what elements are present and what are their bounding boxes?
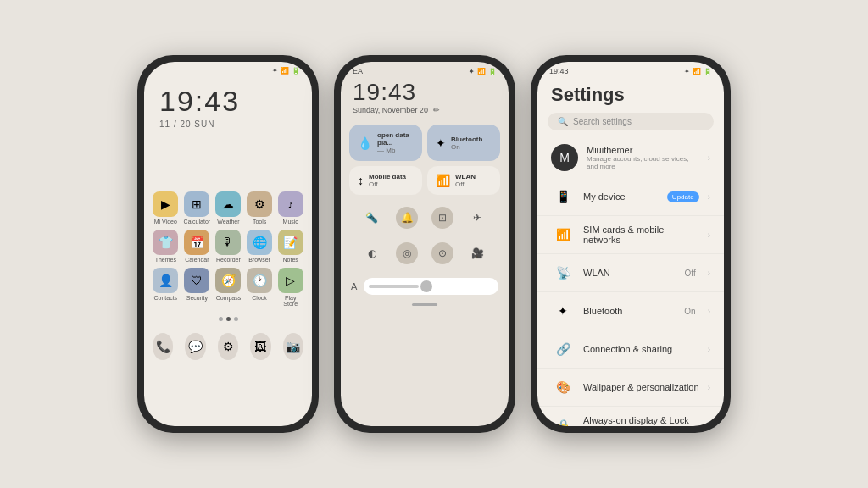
bottom-handle xyxy=(412,303,437,306)
clock-time-2: 19:43 xyxy=(341,77,509,106)
tile-mobile-text: Mobile data Off xyxy=(369,173,406,188)
wallpaper-text: Wallpaper & personalization xyxy=(583,382,699,392)
camera-icon[interactable]: 🎥 xyxy=(466,242,488,264)
notification-label: EA xyxy=(353,67,363,75)
app-label-recorder: Recorder xyxy=(216,257,241,263)
app-tools[interactable]: ⚙ Tools xyxy=(247,191,273,225)
status-icons-2: ✦📶🔋 xyxy=(469,68,497,75)
sim-arrow: › xyxy=(708,230,710,240)
dock-camera[interactable]: 📷 xyxy=(283,333,303,360)
tile-bluetooth[interactable]: ✦ Bluetooth On xyxy=(427,125,500,161)
airplane-icon[interactable]: ✈ xyxy=(466,207,488,229)
connection-icon: 🔗 xyxy=(551,337,575,361)
app-themes[interactable]: 👕 Themes xyxy=(153,230,179,263)
dock-gallery[interactable]: 🖼 xyxy=(250,333,270,360)
brightness-thumb xyxy=(420,280,432,292)
connection-text: Connection & sharing xyxy=(583,344,699,354)
dot-3 xyxy=(234,317,238,321)
aod-arrow: › xyxy=(708,421,710,427)
tile-mobile-data[interactable]: ↕ Mobile data Off xyxy=(349,166,422,195)
tile-wlan-text: WLAN Off xyxy=(455,173,476,188)
time-3: 19:43 xyxy=(549,67,569,75)
page-dots-1 xyxy=(144,317,312,321)
status-icons-3: ✦📶🔋 xyxy=(684,68,712,75)
dot-2 xyxy=(226,317,231,321)
settings-item-mydevice[interactable]: 📱 My device Update › xyxy=(537,178,724,216)
flashlight-icon[interactable]: 🔦 xyxy=(361,207,383,229)
brightness-slider[interactable] xyxy=(364,278,498,295)
settings-item-wlan[interactable]: 📡 WLAN Off › xyxy=(537,254,724,292)
bluetooth-icon: ✦ xyxy=(436,136,446,150)
settings-search[interactable]: 🔍 Search settings xyxy=(548,113,714,130)
dock-settings[interactable]: ⚙ xyxy=(218,333,238,360)
app-label-browser: Browser xyxy=(248,257,270,263)
settings-item-connection[interactable]: 🔗 Connection & sharing › xyxy=(537,330,724,369)
status-bar-1: ✦📶🔋 xyxy=(144,62,312,76)
rotation-icon[interactable]: ⊙ xyxy=(431,242,453,264)
brightness-label: A xyxy=(351,281,357,291)
miuithemer-avatar: M xyxy=(551,144,578,171)
brightness-fill xyxy=(369,285,419,288)
update-badge: Update xyxy=(667,191,699,202)
settings-item-wallpaper[interactable]: 🎨 Wallpaper & personalization › xyxy=(537,369,724,407)
miuithemer-text: Miuithemer Manage accounts, cloud servic… xyxy=(587,145,699,170)
brightness-icon[interactable]: ◐ xyxy=(361,242,383,264)
wallpaper-icon: 🎨 xyxy=(551,375,575,399)
app-weather[interactable]: ☁ Weather xyxy=(215,191,242,225)
app-notes[interactable]: 📝 Notes xyxy=(277,230,303,263)
settings-item-bluetooth[interactable]: ✦ Bluetooth On › xyxy=(537,292,724,330)
app-label-notes: Notes xyxy=(283,257,298,263)
data-icon: 💧 xyxy=(358,136,372,150)
dock-1: 📞 💬 ⚙ 🖼 📷 xyxy=(144,328,312,365)
brightness-row: A xyxy=(341,273,509,300)
mobile-data-icon: ↕ xyxy=(358,174,364,187)
wlan-icon: 📶 xyxy=(436,174,450,187)
tile-data-text: open data pla... — Mb xyxy=(377,131,414,154)
mydevice-arrow: › xyxy=(708,192,710,202)
sim-text: SIM cards & mobile networks xyxy=(583,225,699,245)
settings-item-sim[interactable]: 📶 SIM cards & mobile networks › xyxy=(537,216,724,254)
app-music[interactable]: ♪ Music xyxy=(277,191,303,225)
app-playstore[interactable]: ▷ Play Store xyxy=(277,268,303,307)
phone-2: EA ✦📶🔋 19:43 Sunday, November 20 ✏ 💧 ope… xyxy=(334,55,515,433)
icon-row-2: ◐ ◎ ⊙ 🎥 xyxy=(341,236,509,271)
clock-area-1: 19:43 11 / 20 SUN xyxy=(144,76,312,134)
settings-title: Settings xyxy=(537,77,724,109)
dock-phone[interactable]: 📞 xyxy=(153,333,173,360)
miuithemer-sub: Manage accounts, cloud services, and mor… xyxy=(587,155,699,170)
status-icons-1: ✦📶🔋 xyxy=(272,67,300,75)
tile-wlan[interactable]: 📶 WLAN Off xyxy=(427,166,500,195)
status-bar-3: 19:43 ✦📶🔋 xyxy=(537,62,724,77)
app-contacts[interactable]: 👤 Contacts xyxy=(153,268,179,307)
app-compass[interactable]: 🧭 Compass xyxy=(215,268,242,307)
bell-icon[interactable]: 🔔 xyxy=(396,207,418,229)
tile-data[interactable]: 💧 open data pla... — Mb xyxy=(349,125,422,161)
app-label-themes: Themes xyxy=(155,257,176,263)
app-browser[interactable]: 🌐 Browser xyxy=(247,230,273,263)
bluetooth-settings-icon: ✦ xyxy=(551,299,575,323)
app-calculator[interactable]: ⊞ Calculator xyxy=(184,191,211,225)
app-calendar[interactable]: 📅 Calendar xyxy=(184,230,211,263)
phone-3: 19:43 ✦📶🔋 Settings 🔍 Search settings M M… xyxy=(531,55,731,433)
settings-item-aod[interactable]: 🔒 Always-on display & Lock screen › xyxy=(537,407,724,426)
app-label-tools: Tools xyxy=(253,219,266,225)
app-label-contacts: Contacts xyxy=(153,295,177,301)
location-icon[interactable]: ◎ xyxy=(396,242,418,264)
miuithemer-row[interactable]: M Miuithemer Manage accounts, cloud serv… xyxy=(537,137,724,178)
app-security[interactable]: 🛡 Security xyxy=(184,268,211,307)
app-label-calculator: Calculator xyxy=(184,219,211,225)
dock-messages[interactable]: 💬 xyxy=(185,333,205,360)
app-clock[interactable]: 🕐 Clock xyxy=(247,268,273,307)
clock-time-1: 19:43 xyxy=(159,85,297,118)
app-mi-video[interactable]: ▶ Mi Video xyxy=(153,191,179,225)
status-bar-2: EA ✦📶🔋 xyxy=(341,62,509,77)
app-recorder[interactable]: 🎙 Recorder xyxy=(215,230,242,263)
mydevice-icon: 📱 xyxy=(551,185,575,208)
app-label-security: Security xyxy=(186,295,208,301)
app-label-clock: Clock xyxy=(252,295,267,301)
app-label-weather: Weather xyxy=(217,219,239,225)
screen-icon[interactable]: ⊡ xyxy=(431,207,453,229)
app-label-mi-video: Mi Video xyxy=(154,219,177,225)
app-label-compass: Compass xyxy=(216,295,242,301)
tile-bluetooth-text: Bluetooth On xyxy=(451,136,482,151)
